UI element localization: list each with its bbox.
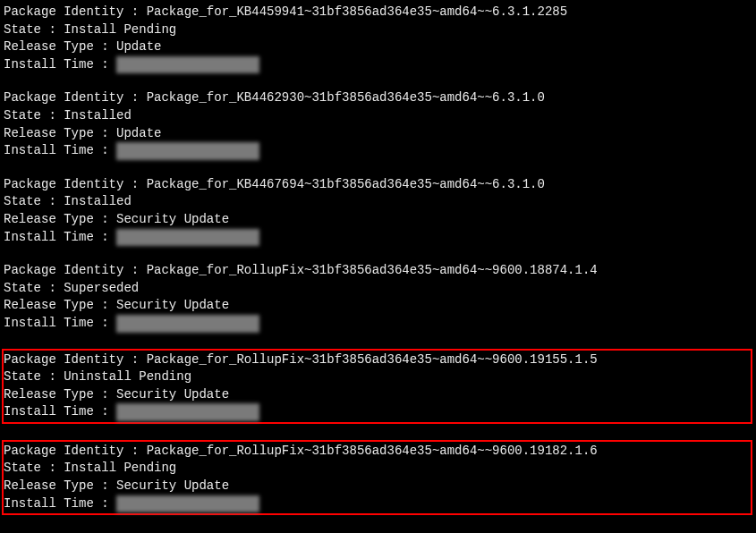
install-time-line: Install Time : XX/XX/XXXX / XX: XX <box>4 403 751 421</box>
install-time-value-redacted: XX/XX/XXXX / XX: XX <box>116 495 259 513</box>
package-identity-value: Package_for_RollupFix~31bf3856ad364e35~a… <box>147 352 598 367</box>
state-label: State : <box>4 108 64 123</box>
package-identity-value: Package_for_KB4459941~31bf3856ad364e35~a… <box>147 4 567 19</box>
package-identity-value: Package_for_RollupFix~31bf3856ad364e35~a… <box>147 263 598 277</box>
state-label: State : <box>4 369 64 384</box>
state-label: State : <box>4 22 64 37</box>
package-identity-label: Package Identity : <box>4 352 147 367</box>
state-value: Uninstall Pending <box>64 369 191 384</box>
package-identity-value: Package_for_KB4467694~31bf3856ad364e35~a… <box>147 177 545 191</box>
package-identity-line: Package Identity : Package_for_RollupFix… <box>4 443 751 461</box>
state-line: State : Installed <box>4 193 756 211</box>
state-line: State : Install Pending <box>4 460 751 478</box>
state-line: State : Superseded <box>4 280 756 298</box>
release-type-label: Release Type : <box>4 126 116 140</box>
package-identity-line: Package Identity : Package_for_KB4459941… <box>4 4 756 21</box>
release-type-line: Release Type : Security Update <box>4 297 756 315</box>
release-type-line: Release Type : Update <box>4 38 756 56</box>
install-time-label: Install Time : <box>4 230 116 244</box>
terminal-output: Package Identity : Package_for_KB4459941… <box>4 4 756 515</box>
install-time-line: Install Time : XX/XX/XXXX / XX: XX <box>4 56 756 74</box>
state-label: State : <box>4 194 64 208</box>
release-type-line: Release Type : Security Update <box>4 478 751 495</box>
release-type-label: Release Type : <box>4 298 116 312</box>
package-block: Package Identity : Package_for_RollupFix… <box>2 440 752 515</box>
install-time-label: Install Time : <box>4 143 116 157</box>
state-value: Installed <box>64 108 132 123</box>
state-value: Superseded <box>64 281 139 295</box>
state-value: Installed <box>64 194 132 208</box>
package-identity-line: Package Identity : Package_for_RollupFix… <box>4 351 751 369</box>
package-block: Package Identity : Package_for_KB4462930… <box>4 89 756 159</box>
release-type-value: Security Update <box>116 478 229 493</box>
release-type-value: Security Update <box>116 298 229 312</box>
release-type-label: Release Type : <box>4 212 116 226</box>
package-identity-line: Package Identity : Package_for_KB4462930… <box>4 89 756 107</box>
install-time-label: Install Time : <box>4 404 116 419</box>
install-time-label: Install Time : <box>4 57 116 72</box>
state-value: Install Pending <box>64 461 176 475</box>
install-time-value-redacted: XX/XX/XXXX / XX: XX <box>116 142 259 160</box>
package-identity-label: Package Identity : <box>4 177 147 191</box>
package-block: Package Identity : Package_for_KB4459941… <box>4 4 756 73</box>
state-line: State : Install Pending <box>4 21 756 39</box>
release-type-label: Release Type : <box>4 387 116 402</box>
package-identity-label: Package Identity : <box>4 4 147 19</box>
package-identity-label: Package Identity : <box>4 263 147 277</box>
package-identity-line: Package Identity : Package_for_RollupFix… <box>4 262 756 280</box>
release-type-value: Update <box>116 39 161 54</box>
package-block: Package Identity : Package_for_RollupFix… <box>2 349 752 424</box>
install-time-value-redacted: XX/XX/XXXX / XX: XX <box>116 229 259 247</box>
release-type-value: Security Update <box>116 212 229 226</box>
install-time-value-redacted: XX/XX/XXXX / XX: XX <box>116 56 259 74</box>
install-time-line: Install Time : XX/XX/XXXX / XX: XX <box>4 315 756 333</box>
state-line: State : Installed <box>4 107 756 125</box>
state-value: Install Pending <box>64 22 176 37</box>
package-identity-value: Package_for_KB4462930~31bf3856ad364e35~a… <box>147 90 545 105</box>
release-type-value: Update <box>116 126 161 140</box>
package-identity-label: Package Identity : <box>4 90 147 105</box>
release-type-label: Release Type : <box>4 478 116 493</box>
package-identity-line: Package Identity : Package_for_KB4467694… <box>4 176 756 194</box>
install-time-value-redacted: XX/XX/XXXX / XX: XX <box>116 403 259 421</box>
install-time-line: Install Time : XX/XX/XXXX / XX: XX <box>4 229 756 247</box>
release-type-line: Release Type : Update <box>4 125 756 143</box>
release-type-label: Release Type : <box>4 39 116 54</box>
install-time-line: Install Time : XX/XX/XXXX / XX: XX <box>4 495 751 513</box>
state-label: State : <box>4 281 64 295</box>
state-label: State : <box>4 461 64 475</box>
package-block: Package Identity : Package_for_RollupFix… <box>4 262 756 332</box>
install-time-label: Install Time : <box>4 316 116 330</box>
state-line: State : Uninstall Pending <box>4 368 751 386</box>
package-identity-label: Package Identity : <box>4 444 147 458</box>
release-type-line: Release Type : Security Update <box>4 386 751 404</box>
install-time-label: Install Time : <box>4 496 116 511</box>
package-identity-value: Package_for_RollupFix~31bf3856ad364e35~a… <box>147 444 598 458</box>
release-type-line: Release Type : Security Update <box>4 211 756 229</box>
release-type-value: Security Update <box>116 387 229 402</box>
install-time-value-redacted: XX/XX/XXXX / XX: XX <box>116 315 259 333</box>
install-time-line: Install Time : XX/XX/XXXX / XX: XX <box>4 142 756 160</box>
package-block: Package Identity : Package_for_KB4467694… <box>4 176 756 246</box>
